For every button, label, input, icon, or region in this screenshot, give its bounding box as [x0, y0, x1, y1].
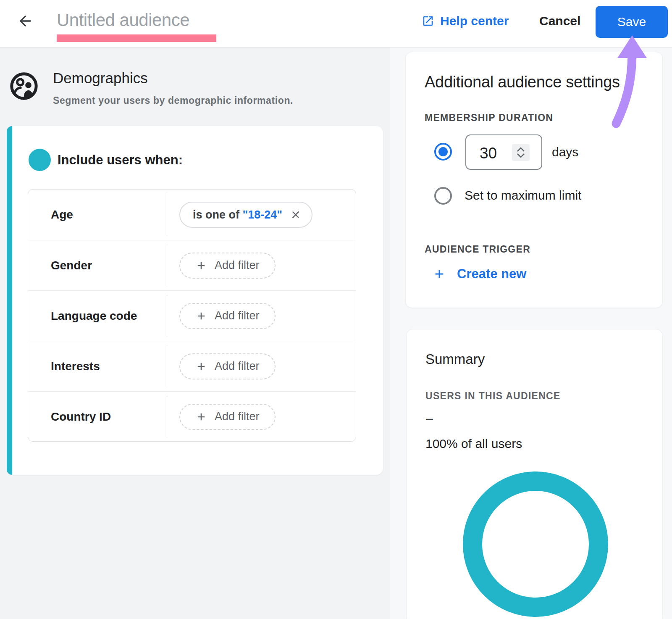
add-filter-label: Add filter — [215, 360, 260, 373]
dimension-filter-table: Age is one of "18-24" Gender — [28, 189, 356, 442]
include-indicator-dot — [29, 149, 51, 171]
age-chip-operator: is one of — [193, 208, 243, 221]
users-in-audience-value: – — [425, 410, 433, 427]
percent-of-all-users: 100% of all users — [425, 437, 522, 451]
section-subtitle: Segment your users by demographic inform… — [53, 95, 293, 106]
include-accent-strip — [7, 126, 12, 475]
table-row-language-code: Language code Add filter — [28, 290, 356, 341]
close-icon — [290, 209, 302, 221]
plus-icon — [433, 267, 446, 281]
duration-days-radio[interactable] — [434, 143, 452, 161]
remove-filter-button[interactable] — [290, 209, 302, 221]
create-new-label: Create new — [457, 266, 526, 282]
audience-trigger-label: AUDIENCE TRIGGER — [425, 244, 530, 255]
duration-stepper[interactable] — [512, 144, 530, 161]
cancel-button[interactable]: Cancel — [533, 13, 586, 29]
column-divider — [167, 396, 167, 437]
chevron-up-icon — [516, 146, 526, 153]
include-condition-card: Include users when: Age is one of "18-24… — [7, 126, 383, 475]
max-limit-radio[interactable] — [434, 187, 452, 205]
age-chip-value: "18-24" — [243, 208, 283, 221]
additional-settings-card: Additional audience settings MEMBERSHIP … — [405, 52, 663, 308]
audience-donut-chart — [463, 471, 608, 617]
max-limit-label: Set to maximum limit — [465, 188, 581, 203]
audience-builder-screen: Untitled audience Help center Cancel Sav… — [0, 0, 672, 619]
summary-card: Summary USERS IN THIS AUDIENCE – 100% of… — [406, 329, 663, 619]
users-in-audience-label: USERS IN THIS AUDIENCE — [425, 390, 561, 402]
row-label-language-code: Language code — [28, 309, 167, 323]
top-bar: Untitled audience Help center Cancel Sav… — [0, 0, 672, 47]
add-filter-button-language-code[interactable]: Add filter — [179, 303, 276, 329]
chevron-down-icon — [516, 153, 526, 159]
help-center-link[interactable]: Help center — [422, 13, 509, 29]
summary-title: Summary — [425, 351, 485, 367]
table-row-country-id: Country ID Add filter — [28, 391, 356, 442]
plus-icon — [195, 411, 207, 423]
table-row-age: Age is one of "18-24" — [28, 190, 356, 240]
membership-duration-label: MEMBERSHIP DURATION — [425, 112, 553, 124]
add-filter-label: Add filter — [215, 309, 260, 322]
add-filter-button-gender[interactable]: Add filter — [179, 253, 276, 279]
save-button[interactable]: Save — [596, 6, 668, 38]
plus-icon — [195, 260, 207, 271]
add-filter-label: Add filter — [215, 410, 260, 423]
row-label-interests: Interests — [28, 360, 167, 373]
duration-input[interactable]: 30 — [465, 134, 542, 170]
add-filter-button-interests[interactable]: Add filter — [179, 353, 276, 379]
table-row-gender: Gender Add filter — [28, 240, 356, 290]
title-underline-highlight — [57, 34, 216, 42]
row-label-gender: Gender — [28, 259, 167, 272]
row-label-age: Age — [28, 208, 167, 221]
plus-icon — [195, 310, 207, 322]
audience-title-input[interactable]: Untitled audience — [57, 10, 189, 30]
add-filter-button-country-id[interactable]: Add filter — [179, 404, 276, 430]
table-row-interests: Interests Add filter — [28, 341, 356, 391]
row-label-country-id: Country ID — [28, 410, 167, 424]
back-button[interactable] — [17, 13, 34, 29]
add-filter-label: Add filter — [215, 259, 260, 272]
plus-icon — [195, 361, 207, 372]
demographics-icon — [9, 71, 39, 101]
section-title: Demographics — [53, 70, 148, 87]
open-in-new-icon — [422, 15, 434, 27]
age-filter-chip[interactable]: is one of "18-24" — [179, 202, 312, 228]
help-center-label: Help center — [440, 14, 509, 28]
column-divider — [167, 295, 167, 337]
include-heading: Include users when: — [58, 153, 183, 168]
settings-title: Additional audience settings — [425, 73, 620, 91]
create-new-trigger-link[interactable]: Create new — [433, 266, 526, 282]
duration-unit-label: days — [552, 145, 578, 159]
duration-value: 30 — [480, 145, 497, 162]
column-divider — [167, 245, 167, 286]
back-arrow-icon — [17, 13, 34, 29]
column-divider — [167, 194, 167, 236]
column-divider — [167, 345, 167, 387]
